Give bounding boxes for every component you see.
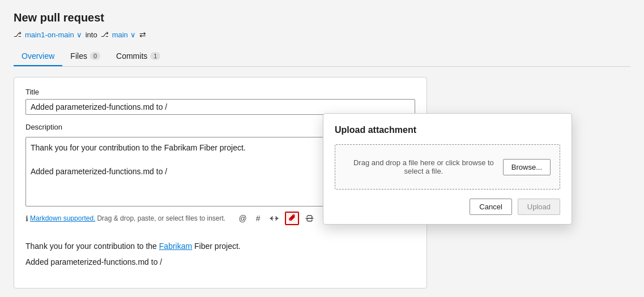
strikethrough-button[interactable] [302,213,317,224]
dialog-footer: Cancel Upload [335,199,560,215]
tabs-row: Overview Files 0 Commits 1 [14,47,630,67]
description-label: Description [25,123,62,131]
cancel-button[interactable]: Cancel [470,199,511,215]
target-branch-icon: ⎇ [101,31,109,38]
hashtag-button[interactable]: # [253,212,263,225]
source-branch-icon: ⎇ [14,31,22,38]
upload-dialog: Upload attachment Drag and drop a file h… [323,113,572,225]
fabrikam-link[interactable]: Fabrikam [159,242,192,251]
preview-line1: Thank you for your contribution to the F… [25,240,415,252]
source-branch-selector[interactable]: main1-on-main ∨ [25,31,82,39]
title-group: Title [25,88,415,115]
target-branch-chevron: ∨ [130,31,136,39]
swap-branches-icon[interactable]: ⇄ [139,30,146,39]
tab-files[interactable]: Files 0 [62,47,108,66]
toolbar-drag-text: Drag & drop, paste, or select files to i… [97,214,225,222]
reference-button[interactable] [267,213,282,224]
markdown-link[interactable]: Markdown supported. [30,214,95,222]
preview-line2: Added parameterized-functions.md to / [25,256,415,268]
files-badge: 0 [90,52,100,60]
target-branch-selector[interactable]: main ∨ [112,31,136,39]
dialog-title: Upload attachment [335,125,560,135]
into-text: into [86,31,97,39]
attach-button[interactable] [285,212,299,225]
title-label: Title [25,88,415,96]
branch-row: ⎇ main1-on-main ∨ into ⎇ main ∨ ⇄ [14,30,630,39]
upload-button[interactable]: Upload [518,199,560,215]
preview-area: Thank you for your contribution to the F… [25,234,415,278]
toolbar-left: ℹ Markdown supported. Drag & drop, paste… [25,214,225,223]
tab-overview[interactable]: Overview [14,47,62,66]
title-input[interactable] [25,99,415,115]
browse-button[interactable]: Browse... [503,159,551,175]
page-container: New pull request ⎇ main1-on-main ∨ into … [0,0,644,297]
upload-drop-text: Drag and drop a file here or click brows… [344,158,503,175]
upload-drop-area[interactable]: Drag and drop a file here or click brows… [335,144,560,190]
tab-commits[interactable]: Commits 1 [108,47,168,66]
page-title: New pull request [14,11,630,24]
mention-button[interactable]: @ [236,212,250,225]
source-branch-chevron: ∨ [76,31,82,39]
commits-badge: 1 [150,52,160,60]
info-icon: ℹ [25,214,28,223]
